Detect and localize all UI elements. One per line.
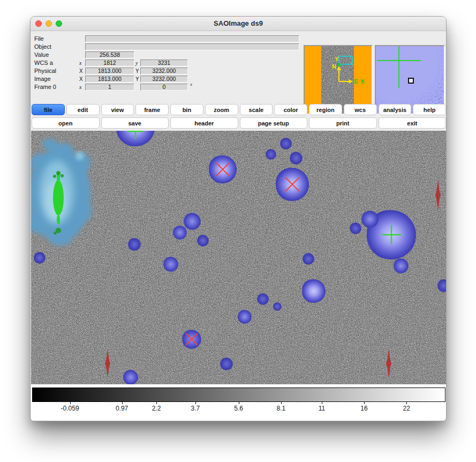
menu-row-primary: fileeditviewframebinzoomscalecolorregion… — [31, 104, 447, 115]
degree-symbol: ° — [190, 83, 192, 89]
info-panel: FileObjectValue256.538WCS ax1812y3231Phy… — [31, 31, 446, 103]
info-label-object: Object — [34, 43, 51, 50]
plus-marker[interactable] — [127, 131, 143, 139]
menu-button-wcs[interactable]: wcs — [344, 104, 377, 115]
action-button-page-setup[interactable]: page setup — [240, 117, 308, 129]
info-row-object: Object — [31, 43, 330, 51]
menu-button-file[interactable]: file — [32, 104, 65, 115]
spindle-marker[interactable] — [386, 349, 391, 378]
colorbar-tick — [195, 402, 196, 404]
info-row-physical: PhysicalX1813.000Y3232.000 — [31, 67, 330, 75]
action-button-exit[interactable]: exit — [379, 117, 447, 129]
titlebar[interactable]: SAOImage ds9 — [31, 17, 446, 31]
frame-0-y-field[interactable]: 0 — [140, 84, 188, 91]
physical-x-field[interactable]: 1813.000 — [85, 68, 134, 74]
colorbar-tick — [406, 402, 407, 404]
spindle-marker[interactable] — [435, 180, 441, 211]
info-label-image: Image — [34, 76, 51, 82]
colorbar[interactable]: -0.0590.972.23.75.68.1111622 — [31, 384, 447, 421]
info-label-value: Value — [34, 51, 49, 58]
menu-button-bin[interactable]: bin — [170, 104, 203, 115]
menu-row-secondary: opensaveheaderpage setupprintexit — [31, 117, 447, 129]
magnifier-crosshair-v — [398, 46, 399, 88]
info-row-value: Value256.538 — [31, 51, 330, 59]
colorbar-tick-label: 0.97 — [116, 405, 128, 412]
wcs-a-x-field[interactable]: 1812 — [85, 59, 134, 66]
compass-east-label: E — [354, 78, 358, 85]
image-x-arrow-icon — [349, 79, 353, 84]
physical-y-label: Y — [135, 68, 139, 74]
value-field[interactable]: 256.538 — [85, 51, 134, 58]
colorbar-tick — [239, 402, 239, 404]
info-label-file: File — [34, 35, 44, 42]
x-marker[interactable] — [216, 163, 229, 176]
colorbar-tick-label: 8.1 — [276, 405, 285, 412]
colorbar-tick — [122, 402, 123, 404]
menu-button-view[interactable]: view — [101, 104, 134, 115]
menu-button-zoom[interactable]: zoom — [205, 104, 238, 115]
action-button-header[interactable]: header — [170, 117, 238, 129]
colorbar-tick-label: 2.2 — [152, 405, 161, 412]
menu-button-frame[interactable]: frame — [135, 104, 169, 115]
action-button-open[interactable]: open — [32, 117, 100, 129]
frame-0-x-label: x — [79, 84, 81, 90]
menu-button-help[interactable]: help — [413, 104, 446, 115]
info-label-physical: Physical — [34, 68, 56, 74]
panner-viewbox[interactable] — [339, 56, 352, 64]
window-title: SAOImage ds9 — [31, 19, 446, 27]
colorbar-tick-label: 5.6 — [234, 405, 243, 412]
axis-x-label: X — [360, 78, 365, 85]
physical-x-label: X — [79, 68, 83, 74]
info-label-wcs-a: WCS a — [34, 59, 53, 66]
image-canvas[interactable] — [31, 131, 447, 384]
action-button-print[interactable]: print — [309, 117, 377, 129]
colorbar-tick-label: 3.7 — [191, 405, 200, 412]
info-row-wcs-a: WCS ax1812y3231 — [31, 59, 330, 67]
wcs-a-y-label: y — [135, 60, 138, 66]
menu-button-edit[interactable]: edit — [66, 104, 100, 115]
menu-button-analysis[interactable]: analysis — [379, 104, 412, 115]
wcs-a-y-field[interactable]: 3231 — [140, 59, 188, 66]
colorbar-gradient[interactable] — [32, 388, 445, 402]
menu-button-scale[interactable]: scale — [240, 104, 273, 115]
x-marker[interactable] — [186, 333, 198, 345]
object-field[interactable] — [85, 43, 299, 50]
colorbar-tick — [70, 402, 71, 404]
info-label-frame-0: Frame 0 — [34, 84, 56, 90]
wcs-a-x-label: x — [79, 60, 81, 66]
colorbar-tick — [281, 402, 282, 404]
compass-north-label: N — [332, 63, 336, 70]
magnifier-crosshair-h — [377, 60, 421, 61]
colorbar-tick — [156, 402, 157, 404]
image-y-label: Y — [135, 76, 139, 82]
image-x-label: X — [79, 76, 83, 82]
frame-0-x-field[interactable]: 1 — [85, 84, 134, 91]
action-button-save[interactable]: save — [101, 117, 169, 129]
magnifier-cursor-box — [408, 78, 414, 84]
region-markers — [31, 131, 447, 384]
colorbar-tick — [322, 402, 322, 404]
file-field[interactable] — [85, 35, 299, 42]
colorbar-tick-label: 22 — [403, 405, 410, 412]
colorbar-tick — [364, 402, 365, 404]
menu-button-color[interactable]: color — [274, 104, 307, 115]
physical-y-field[interactable]: 3232.000 — [140, 68, 188, 74]
image-x-field[interactable]: 1813.000 — [85, 76, 134, 83]
menu-button-region[interactable]: region — [309, 104, 342, 115]
app-window: SAOImage ds9 FileObjectValue256.538WCS a… — [30, 16, 447, 421]
axis-y-label: Y — [335, 56, 339, 62]
image-y-arrow-icon — [337, 66, 341, 70]
colorbar-tick-label: 11 — [319, 405, 325, 412]
info-row-image: ImageX1813.000Y3232.000 — [31, 75, 330, 83]
x-marker[interactable] — [285, 177, 299, 191]
info-row-frame-0: Frame 0x10° — [31, 83, 330, 91]
image-y-field[interactable]: 3232.000 — [140, 76, 188, 83]
colorbar-tick-label: 16 — [360, 405, 367, 412]
info-row-file: File — [31, 35, 330, 43]
colorbar-tick-label: -0.059 — [61, 405, 79, 412]
spindle-marker[interactable] — [105, 349, 110, 377]
plus-marker[interactable] — [382, 225, 401, 244]
